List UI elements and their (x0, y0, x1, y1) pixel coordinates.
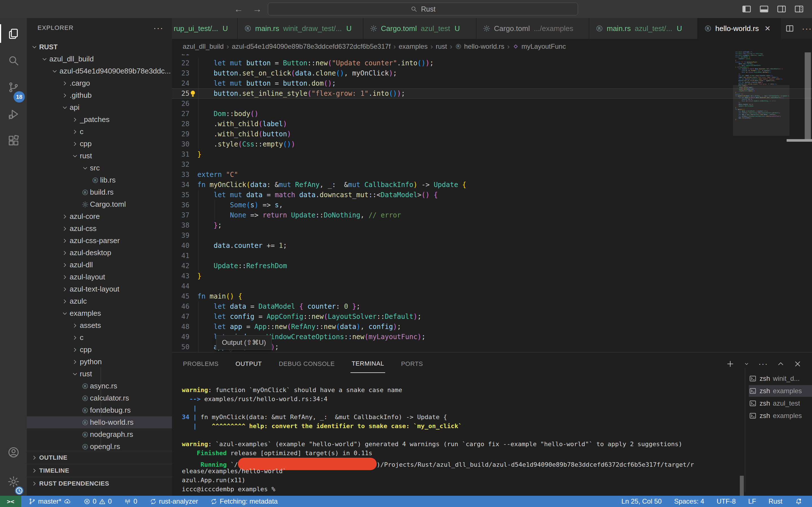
breadcrumb-item-rust[interactable]: rust (436, 43, 447, 50)
tree-item-assets[interactable]: assets (27, 320, 172, 332)
code-line-42[interactable]: 42 Update::RefreshDom (172, 261, 812, 271)
code-line-33[interactable]: 33extern "C" (172, 170, 812, 180)
tab-cargo-toml[interactable]: Cargo.tomlazul_testU (363, 18, 476, 39)
problems-status[interactable]: 00 (84, 497, 112, 505)
breadcrumb-item-mylayoutfunc[interactable]: myLayoutFunc (512, 43, 566, 50)
tree-item--github[interactable]: .github (27, 89, 172, 101)
terminal-session-3[interactable]: zshexamples (749, 410, 812, 421)
tree-item-async-rs[interactable]: Rasync.rs (27, 380, 172, 392)
cursor-position[interactable]: Ln 25, Col 50 (621, 497, 662, 505)
code-line-45[interactable]: 45fn main() { (172, 291, 812, 301)
code-line-21[interactable]: 21 (172, 54, 812, 58)
sidebar-item-search[interactable] (0, 48, 27, 73)
eol[interactable]: LF (748, 497, 756, 505)
code-line-25[interactable]: 25 button.set_inline_style("flex-grow: 1… (172, 89, 812, 99)
editor-scrollbar[interactable] (805, 52, 811, 142)
sidebar-item-extensions[interactable] (0, 128, 27, 154)
tree-item-rust[interactable]: RUST (27, 41, 172, 53)
tab-rup-ui-test-[interactable]: rup_ui_test/...U (172, 18, 238, 39)
tab-cargo-toml[interactable]: Cargo.toml.../examples (476, 18, 589, 39)
tree-item-cpp[interactable]: cpp (27, 344, 172, 356)
code-line-43[interactable]: 43} (172, 271, 812, 281)
section-rust-dependencies[interactable]: RUST DEPENDENCIES (27, 477, 172, 490)
tree-item-azul-dll[interactable]: azul-dll (27, 259, 172, 271)
terminal-session-1[interactable]: zshexamples (749, 385, 812, 397)
tree-item-hello-world-rs[interactable]: Rhello-world.rs (27, 416, 172, 429)
code-line-35[interactable]: 35 let mut data = match data.downcast_mu… (172, 190, 812, 200)
tree-item-azul-css[interactable]: azul-css (27, 223, 172, 235)
layout-sidebar-right-icon[interactable] (776, 4, 786, 14)
code-editor[interactable]: 2122 let mut button = Button::new("Updat… (172, 54, 812, 352)
tree-item-nodegraph-rs[interactable]: Rnodegraph.rs (27, 429, 172, 441)
code-line-40[interactable]: 40 data.counter += 1; (172, 240, 812, 251)
panel-more-actions-icon[interactable]: ··· (758, 359, 768, 369)
tree-item-rust[interactable]: rust (27, 368, 172, 380)
terminal-scrollbar[interactable] (740, 476, 744, 496)
rust-analyzer-status[interactable]: rust-analyzer (150, 497, 198, 505)
terminal-session-0[interactable]: zshwinit_d... (749, 373, 812, 385)
code-line-28[interactable]: 28 .with_child(label) (172, 119, 812, 129)
tree-item--cargo[interactable]: .cargo (27, 77, 172, 89)
breadcrumb-item-azul-d54e1d94090e89b78e3ddcefd6372dcf6b5e317f[interactable]: azul-d54e1d94090e89b78e3ddcefd6372dcf6b5… (232, 43, 391, 50)
code-line-27[interactable]: 27 Dom::body() (172, 109, 812, 119)
breadcrumb-item-hello-world-rs[interactable]: Rhello-world.rs (455, 43, 504, 50)
code-line-31[interactable]: 31} (172, 149, 812, 159)
tree-item-azul-text-layout[interactable]: azul-text-layout (27, 283, 172, 295)
tree-item-azul-core[interactable]: azul-core (27, 210, 172, 223)
tree-item-api[interactable]: api (27, 101, 172, 114)
tree-item-fontdebug-rs[interactable]: Rfontdebug.rs (27, 404, 172, 416)
code-line-47[interactable]: 47 let config = AppConfig::new(LayoutSol… (172, 312, 812, 322)
section-outline[interactable]: OUTLINE (27, 451, 172, 464)
terminal-output[interactable]: warning: function `myOnClick` should hav… (182, 386, 740, 494)
minimap-slider[interactable] (733, 85, 790, 136)
layout-customize-icon[interactable] (794, 4, 804, 14)
encoding[interactable]: UTF-8 (717, 497, 736, 505)
tree-item-azul-layout[interactable]: azul-layout (27, 271, 172, 283)
tree-item-cpp[interactable]: cpp (27, 138, 172, 150)
fetching-status[interactable]: Fetching: metadata (210, 497, 277, 505)
panel-tab-ports[interactable]: PORTS (400, 355, 424, 373)
code-line-37[interactable]: 37 None => return Update::DoNothing, // … (172, 210, 812, 220)
layout-sidebar-left-icon[interactable] (742, 4, 752, 14)
close-icon[interactable]: ✕ (765, 24, 771, 33)
code-line-26[interactable]: 26 (172, 99, 812, 109)
code-line-29[interactable]: 29 .with_child(button) (172, 129, 812, 139)
split-editor-icon[interactable] (785, 24, 795, 33)
breadcrumb-item-examples[interactable]: examples (399, 43, 428, 50)
remote-indicator[interactable]: >< (0, 496, 21, 507)
close-panel-icon[interactable] (794, 360, 802, 368)
sidebar-item-run-debug[interactable] (0, 101, 27, 127)
git-branch-status[interactable]: master* (29, 497, 71, 505)
code-line-23[interactable]: 23 button.set_on_click(data.clone(), myO… (172, 68, 812, 78)
code-line-44[interactable]: 44 (172, 281, 812, 291)
code-line-46[interactable]: 46 let data = DataModel { counter: 0 }; (172, 301, 812, 312)
layout-panel-icon[interactable] (759, 4, 769, 14)
tree-item-azul-d54e1d94090e89b78e3ddc-[interactable]: azul-d54e1d94090e89b78e3ddc... (27, 65, 172, 77)
code-line-30[interactable]: 30 .style(Css::empty()) (172, 139, 812, 149)
code-line-36[interactable]: 36 Some(s) => s, (172, 200, 812, 210)
tab-hello-world-rs[interactable]: Rhello-world.rs✕ (698, 18, 781, 39)
maximize-panel-icon[interactable] (776, 360, 785, 368)
tree-item-calculator-rs[interactable]: Rcalculator.rs (27, 392, 172, 404)
lightbulb-icon[interactable] (188, 89, 197, 100)
tree-item-src[interactable]: src (27, 162, 172, 174)
tree-item-examples[interactable]: examples (27, 307, 172, 320)
tree-item-c[interactable]: c (27, 332, 172, 344)
panel-tab-debug-console[interactable]: DEBUG CONSOLE (278, 355, 336, 373)
ports-status[interactable]: 0 (124, 497, 137, 505)
breadcrumb-item-azul-dll-build[interactable]: azul_dll_build (183, 43, 223, 50)
section-timeline[interactable]: TIMELINE (27, 464, 172, 477)
sidebar-item-explorer[interactable] (0, 21, 27, 47)
language-mode[interactable]: Rust (769, 497, 782, 505)
tree-item-cargo-toml[interactable]: Cargo.toml (27, 198, 172, 210)
indentation[interactable]: Spaces: 4 (674, 497, 704, 505)
tree-item-python[interactable]: python (27, 356, 172, 368)
command-center-search[interactable]: Rust (268, 3, 578, 15)
sidebar-item-accounts[interactable] (0, 439, 27, 465)
tree-item-azulc[interactable]: azulc (27, 295, 172, 307)
panel-tab-terminal[interactable]: TERMINAL (350, 355, 385, 373)
tree-item--patches[interactable]: _patches (27, 114, 172, 126)
code-line-24[interactable]: 24 let mut button = button.dom(); (172, 78, 812, 89)
code-line-32[interactable]: 32 (172, 159, 812, 170)
code-line-22[interactable]: 22 let mut button = Button::new("Update … (172, 58, 812, 68)
